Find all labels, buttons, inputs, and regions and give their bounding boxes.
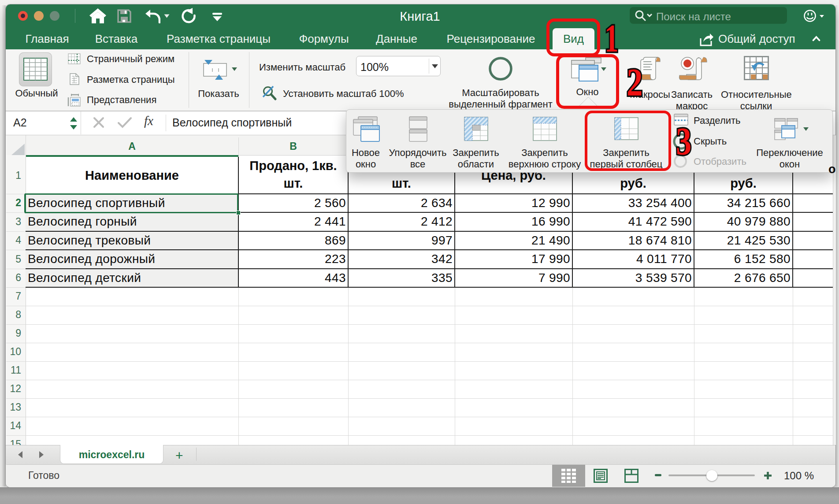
- svg-text:2: 2: [627, 62, 643, 101]
- svg-text:3: 3: [676, 121, 691, 160]
- svg-text:1: 1: [605, 18, 619, 57]
